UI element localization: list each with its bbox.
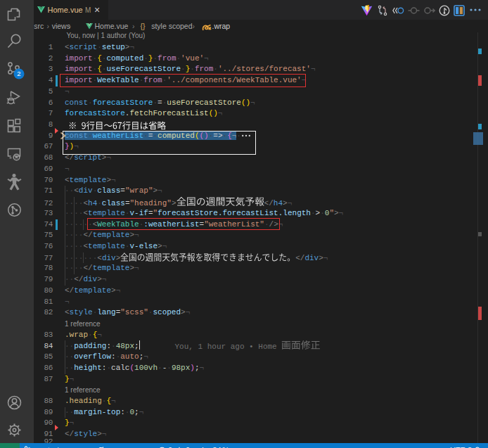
svg-text:2: 2 [17,70,20,77]
